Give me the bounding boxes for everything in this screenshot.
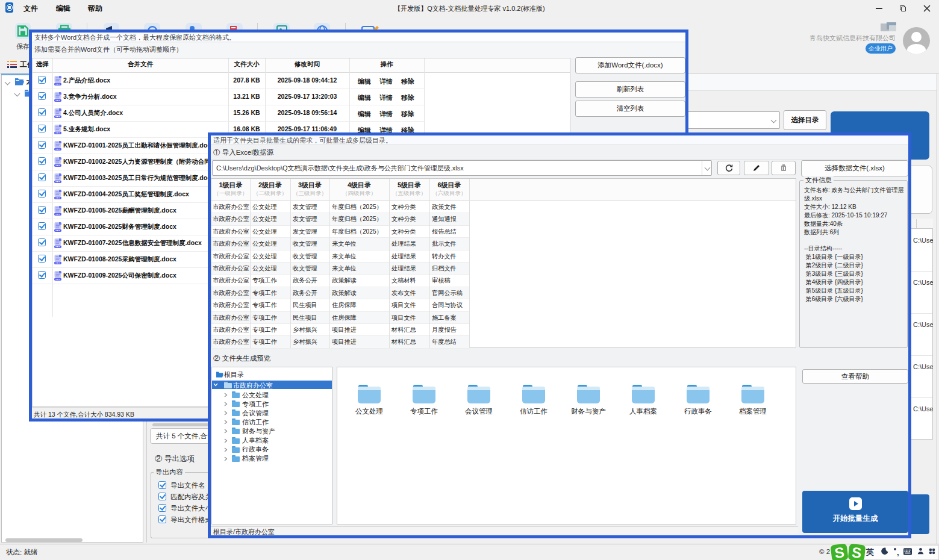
svg-text:S: S [834, 544, 845, 560]
svg-text:S: S [851, 544, 863, 560]
